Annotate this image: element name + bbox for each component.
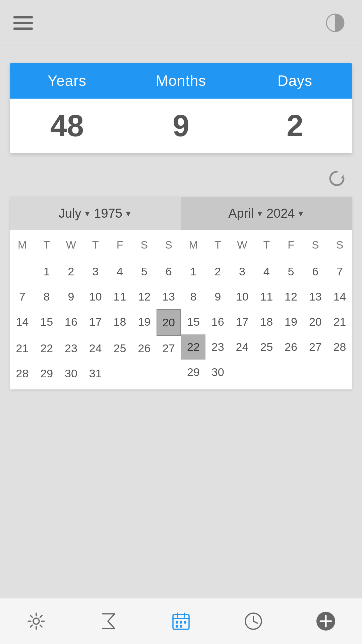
cal-week-row: 2930 <box>181 360 352 385</box>
left-year-select[interactable]: 1975 ▼ <box>94 206 132 221</box>
cal-cell[interactable]: 3 <box>83 259 108 284</box>
left-month-select[interactable]: July ▼ <box>59 206 91 221</box>
cal-cell[interactable]: 21 <box>327 309 352 334</box>
cal-cell[interactable]: 14 <box>327 284 352 309</box>
cal-cell[interactable]: 8 <box>35 284 59 309</box>
cal-cell <box>132 361 157 386</box>
cal-cell[interactable]: 23 <box>59 336 83 361</box>
cal-cell[interactable]: 2 <box>205 259 230 284</box>
cal-cell[interactable]: 3 <box>230 259 254 284</box>
cal-cell[interactable]: 17 <box>230 309 254 334</box>
cal-cell[interactable]: 24 <box>230 334 254 360</box>
reset-area <box>10 167 352 190</box>
cal-cell[interactable]: 9 <box>205 284 230 309</box>
cal-cell[interactable]: 27 <box>303 334 327 360</box>
cal-cell[interactable]: 10 <box>230 284 254 309</box>
cal-cell[interactable]: 19 <box>279 309 303 334</box>
cal-cell[interactable]: 5 <box>279 259 303 284</box>
cal-week-row: 28293031 <box>10 361 181 386</box>
days-value: 2 <box>238 109 352 143</box>
cal-cell[interactable]: 31 <box>83 361 108 386</box>
cal-cell[interactable]: 4 <box>254 259 279 284</box>
cal-cell[interactable]: 14 <box>10 309 35 336</box>
right-month-select[interactable]: April ▼ <box>228 206 264 221</box>
cal-cell[interactable]: 27 <box>157 336 181 361</box>
svg-rect-10 <box>176 625 178 628</box>
cal-cell[interactable]: 6 <box>157 259 181 284</box>
cal-cell[interactable]: 28 <box>327 334 352 360</box>
menu-button[interactable] <box>13 16 33 30</box>
cal-cell[interactable]: 1 <box>181 259 206 284</box>
cal-cell[interactable]: 24 <box>83 336 108 361</box>
left-month-arrow: ▼ <box>83 209 92 218</box>
cal-cell <box>157 361 181 386</box>
cal-cell[interactable]: 22 <box>35 336 59 361</box>
nav-sum[interactable] <box>95 608 122 635</box>
cal-cell[interactable]: 12 <box>279 284 303 309</box>
cal-cell[interactable]: 5 <box>132 259 157 284</box>
nav-calendar[interactable] <box>168 608 194 635</box>
cal-cell[interactable]: 10 <box>83 284 108 309</box>
cal-cell[interactable]: 29 <box>181 360 206 385</box>
cal-day-header-cell: F <box>108 233 132 255</box>
right-year-select[interactable]: 2024 ▼ <box>266 206 305 221</box>
cal-cell[interactable]: 18 <box>108 309 132 336</box>
nav-settings[interactable] <box>23 608 50 635</box>
cal-cell[interactable]: 11 <box>108 284 132 309</box>
right-calendar-header: April ▼ 2024 ▼ <box>181 197 352 230</box>
theme-toggle-button[interactable] <box>322 9 349 36</box>
cal-cell[interactable]: 23 <box>205 334 230 360</box>
nav-add[interactable] <box>312 608 339 635</box>
cal-cell[interactable]: 30 <box>59 361 83 386</box>
left-calendar: July ▼ 1975 ▼ MTWTFSS1234567891011121314… <box>10 197 181 389</box>
cal-cell[interactable]: 18 <box>254 309 279 334</box>
cal-cell[interactable]: 28 <box>10 361 35 386</box>
calendars-container: July ▼ 1975 ▼ MTWTFSS1234567891011121314… <box>10 197 352 389</box>
cal-cell[interactable]: 20 <box>157 309 181 336</box>
cal-cell[interactable]: 25 <box>108 336 132 361</box>
cal-cell <box>254 360 279 385</box>
cal-cell[interactable]: 25 <box>254 334 279 360</box>
cal-cell[interactable]: 22 <box>181 334 206 360</box>
right-calendar: April ▼ 2024 ▼ MTWTFSS123456789101112131… <box>181 197 352 389</box>
cal-cell[interactable]: 6 <box>303 259 327 284</box>
cal-cell[interactable]: 12 <box>132 284 157 309</box>
svg-rect-11 <box>180 625 182 628</box>
cal-cell[interactable]: 21 <box>10 336 35 361</box>
cal-cell[interactable]: 4 <box>108 259 132 284</box>
cal-week-row: 14151617181920 <box>10 309 181 336</box>
main-content: Years Months Days 48 9 2 July ▼ <box>0 46 362 598</box>
right-month-arrow: ▼ <box>256 209 264 218</box>
cal-cell[interactable]: 13 <box>303 284 327 309</box>
cal-cell[interactable]: 29 <box>35 361 59 386</box>
cal-day-header-cell: S <box>327 233 352 255</box>
right-cal-grid: MTWTFSS123456789101112131415161718192021… <box>181 230 352 388</box>
cal-cell[interactable]: 26 <box>132 336 157 361</box>
cal-cell[interactable]: 13 <box>157 284 181 309</box>
cal-day-header-cell: S <box>157 233 181 255</box>
cal-cell[interactable]: 19 <box>132 309 157 336</box>
years-label: Years <box>10 63 124 99</box>
cal-cell[interactable]: 15 <box>181 309 206 334</box>
stats-card: Years Months Days 48 9 2 <box>10 63 352 153</box>
stats-values: 48 9 2 <box>10 99 352 153</box>
cal-cell[interactable]: 16 <box>205 309 230 334</box>
cal-cell[interactable]: 15 <box>35 309 59 336</box>
cal-cell[interactable]: 16 <box>59 309 83 336</box>
cal-cell[interactable]: 8 <box>181 284 206 309</box>
cal-cell[interactable]: 2 <box>59 259 83 284</box>
nav-clock[interactable] <box>240 608 267 635</box>
cal-cell[interactable]: 20 <box>303 309 327 334</box>
cal-cell[interactable]: 11 <box>254 284 279 309</box>
reset-button[interactable] <box>325 167 349 190</box>
cal-cell[interactable]: 30 <box>205 360 230 385</box>
cal-cell[interactable]: 1 <box>35 259 59 284</box>
cal-week-row: 891011121314 <box>181 284 352 309</box>
cal-cell[interactable]: 26 <box>279 334 303 360</box>
cal-cell[interactable]: 7 <box>10 284 35 309</box>
cal-cell[interactable]: 9 <box>59 284 83 309</box>
cal-cell[interactable]: 17 <box>83 309 108 336</box>
cal-day-header-cell: S <box>303 233 327 255</box>
svg-rect-8 <box>180 621 182 624</box>
cal-cell[interactable]: 7 <box>327 259 352 284</box>
